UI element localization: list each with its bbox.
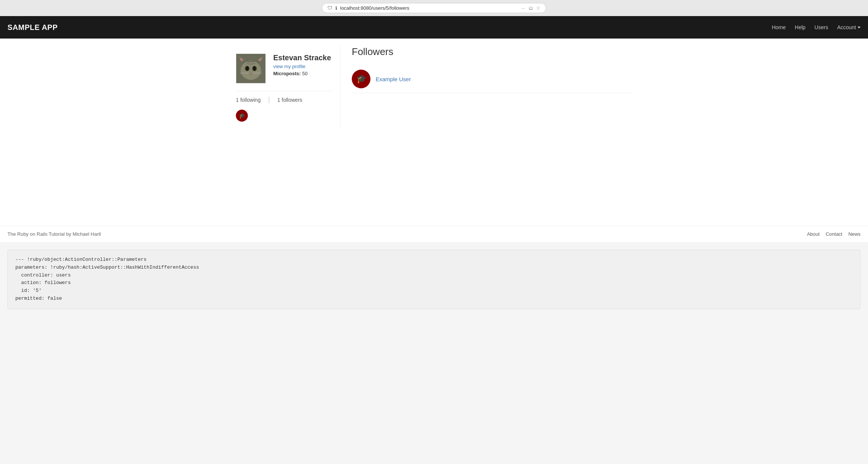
svg-point-8 xyxy=(246,66,248,71)
main-wrapper: Estevan Stracke view my profile Micropos… xyxy=(0,39,868,226)
browser-bar: 🛡 ℹ localhost:8080/users/5/followers ···… xyxy=(0,0,868,16)
profile-name: Estevan Stracke xyxy=(273,54,333,62)
nav-item-help[interactable]: Help xyxy=(795,24,806,30)
shield-icon: 🛡 xyxy=(327,5,332,11)
following-count: 1 xyxy=(236,97,239,103)
footer-link-about[interactable]: About xyxy=(807,231,820,237)
following-link[interactable]: 1 following xyxy=(236,97,268,103)
info-icon: ℹ xyxy=(335,5,337,11)
view-profile-link[interactable]: view my profile xyxy=(273,64,333,69)
followers-count: 1 xyxy=(277,97,280,103)
svg-point-9 xyxy=(254,66,255,71)
stat-separator: | xyxy=(268,96,270,104)
content-split: Estevan Stracke view my profile Micropos… xyxy=(236,46,632,137)
url-text: localhost:8080/users/5/followers xyxy=(340,5,518,11)
nav-link-help[interactable]: Help xyxy=(795,24,806,30)
left-column: Estevan Stracke view my profile Micropos… xyxy=(236,46,341,129)
microposts-label: Microposts: xyxy=(273,71,301,76)
footer: The Ruby on Rails Tutorial by Michael Ha… xyxy=(0,226,868,242)
nav-link-home[interactable]: Home xyxy=(772,24,786,30)
footer-links: About Contact News xyxy=(807,231,861,237)
debug-panel: --- !ruby/object:ActionController::Param… xyxy=(7,250,861,309)
following-label: following xyxy=(240,97,261,103)
nav-item-account[interactable]: Account xyxy=(837,24,861,30)
followers-link[interactable]: 1 followers xyxy=(277,97,310,103)
nav-item-users[interactable]: Users xyxy=(815,24,828,30)
star-icon: ☆ xyxy=(536,5,541,11)
account-dropdown[interactable]: Account xyxy=(837,24,861,30)
profile-info: Estevan Stracke view my profile Micropos… xyxy=(273,54,333,76)
nav-link-users[interactable]: Users xyxy=(815,24,828,30)
navbar: SAMPLE APP Home Help Users Account xyxy=(0,16,868,39)
follower-name-link[interactable]: Example User xyxy=(376,76,411,82)
profile-microposts: Microposts: 50 xyxy=(273,71,333,76)
footer-link-contact[interactable]: Contact xyxy=(826,231,843,237)
follower-avatar: 🎓 xyxy=(352,70,370,88)
pocket-icon: 🗂 xyxy=(528,5,533,11)
account-label: Account xyxy=(837,24,856,30)
address-bar[interactable]: 🛡 ℹ localhost:8080/users/5/followers ···… xyxy=(322,3,546,13)
right-column: Followers 🎓 Example User xyxy=(341,46,632,129)
navbar-brand[interactable]: SAMPLE APP xyxy=(7,23,772,32)
navbar-nav: Home Help Users Account xyxy=(772,24,861,30)
footer-link-news[interactable]: News xyxy=(848,231,861,237)
profile-section: Estevan Stracke view my profile Micropos… xyxy=(236,46,333,91)
mini-avatar-icon[interactable]: 🎓 xyxy=(236,110,248,122)
nav-item-home[interactable]: Home xyxy=(772,24,786,30)
grad-cap-icon-small: 🎓 xyxy=(239,113,245,119)
grad-cap-icon: 🎓 xyxy=(356,74,366,84)
footer-text: The Ruby on Rails Tutorial by Michael Ha… xyxy=(7,231,101,237)
followers-count-label: followers xyxy=(282,97,302,103)
stats-row: 1 following | 1 followers xyxy=(236,91,333,107)
more-icon: ··· xyxy=(521,5,525,11)
chevron-down-icon xyxy=(858,27,861,28)
followers-title: Followers xyxy=(352,46,632,58)
followers-icon-row: 🎓 xyxy=(236,107,333,129)
main-container: Estevan Stracke view my profile Micropos… xyxy=(228,39,640,144)
microposts-count: 50 xyxy=(302,71,307,76)
svg-point-1 xyxy=(241,61,261,80)
follower-item: 🎓 Example User xyxy=(352,65,632,93)
profile-avatar xyxy=(236,54,266,83)
